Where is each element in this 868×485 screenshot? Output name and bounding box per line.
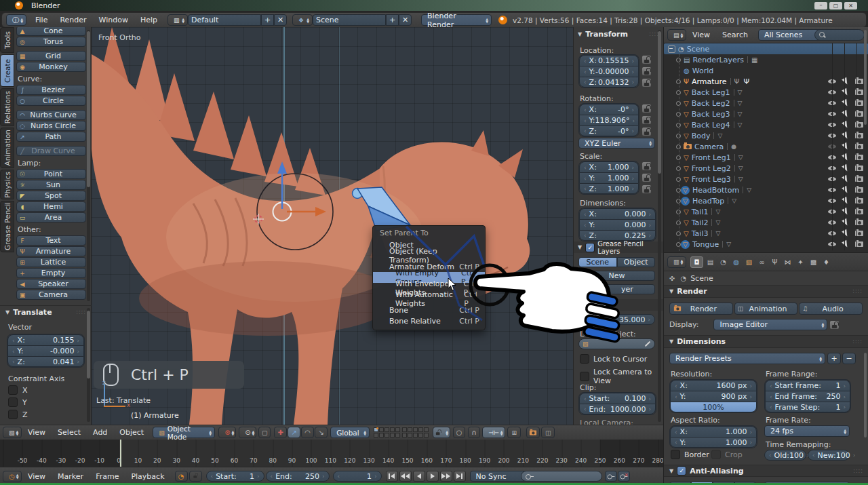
dimension-x-field[interactable]: ‹X:0.000› [579, 208, 656, 219]
tool-button-bezier[interactable]: ∫Bezier [16, 85, 86, 95]
vector-y-field[interactable]: ‹Y:-0.000› [7, 345, 84, 356]
location-y-field[interactable]: ‹Y:-0.00000› [579, 66, 639, 77]
decrement-arrow-icon[interactable]: ‹ [11, 358, 16, 365]
location-z-field[interactable]: ‹Z:0.04132› [579, 77, 639, 88]
tool-button-lattice[interactable]: ⊞Lattice [16, 257, 86, 267]
decrement-arrow-icon[interactable]: ‹ [583, 69, 588, 75]
selectability-cursor-icon[interactable] [842, 110, 850, 119]
selectability-cursor-icon[interactable] [842, 77, 850, 86]
maximize-button[interactable]: ▢ [829, 2, 842, 9]
increment-arrow-icon[interactable]: › [75, 358, 81, 365]
properties-tab-constraints[interactable]: ∞ [756, 257, 768, 267]
layer-toggle[interactable] [402, 427, 407, 432]
properties-tab-render-layers[interactable]: ▤ [705, 257, 716, 267]
outliner-row-armature[interactable]: ΨArmatureΨΨ [664, 76, 868, 87]
outliner-row-back-leg4[interactable]: ▽Back Leg4▽ [664, 119, 868, 130]
tool-button-path[interactable]: ↗Path [16, 132, 86, 142]
outliner-row-scene[interactable]: ◔Scene [664, 43, 868, 54]
layer-toggle[interactable] [402, 433, 407, 438]
layout-selector-icon[interactable]: ▥▲▼ [167, 14, 188, 26]
lock-to-cursor-checkbox[interactable] [580, 354, 589, 364]
toolshelf-tab-grease-pencil[interactable]: Grease Pencil [0, 201, 14, 252]
selectability-cursor-icon[interactable] [842, 175, 850, 184]
animation-button[interactable]: ◫Animation [734, 303, 798, 315]
manipulator-rotate-button[interactable]: ◠ [301, 427, 314, 438]
toolshelf-tab-physics[interactable]: Physics [0, 170, 14, 199]
toolshelf-scrollbar[interactable] [87, 30, 90, 301]
tool-button-grid[interactable]: ▦Grid [16, 51, 86, 61]
gpencil-enable-checkbox[interactable]: ✓ [585, 243, 595, 252]
layer-toggle[interactable] [374, 433, 378, 438]
outliner-row-back-leg3[interactable]: ▽Back Leg3▽ [664, 109, 868, 119]
layer-toggle[interactable] [424, 427, 429, 432]
crop-checkbox[interactable] [711, 450, 721, 459]
manipulator-axes-button[interactable]: ✚ [274, 427, 287, 438]
snap-element-select[interactable]: ⊣⊢▲▼ [482, 427, 505, 438]
shading-select[interactable]: ⊗▲▼ [218, 427, 236, 438]
lock-toggle[interactable] [642, 55, 652, 64]
properties-tab-texture[interactable]: ▩ [808, 257, 819, 267]
toolshelf-tab-tools[interactable]: Tools [0, 27, 14, 53]
increment-arrow-icon[interactable]: › [75, 337, 81, 344]
outliner-scope-select[interactable]: All Scenes▲▼ [758, 29, 823, 41]
outliner-row-world[interactable]: ◍World [664, 65, 868, 76]
decrement-arrow-icon[interactable]: ‹ [583, 58, 588, 64]
tool-button-text[interactable]: FText [16, 235, 86, 246]
rotation-z-field[interactable]: ‹Z:-0°› [579, 125, 639, 136]
antialiasing-checkbox[interactable]: ✓ [677, 466, 686, 476]
resolution-percentage-slider[interactable]: 100% [670, 402, 757, 412]
manipulator-scale-button[interactable]: ↘ [315, 427, 328, 438]
tool-button-monkey[interactable]: ◉Monkey [16, 62, 86, 72]
layer-toggle[interactable] [390, 433, 395, 438]
layer-toggle[interactable] [384, 427, 389, 432]
layer-toggle[interactable] [379, 433, 384, 438]
properties-tab-object[interactable]: ▧ [743, 257, 755, 267]
outliner-row-tongue[interactable]: ▽Tongue▽ [664, 239, 868, 250]
play-button[interactable] [427, 471, 439, 482]
increment-arrow-icon[interactable]: › [647, 222, 652, 229]
proportional-edit-button[interactable]: ○ [453, 427, 465, 438]
layout-delete-button[interactable]: ✕ [274, 14, 287, 26]
decrement-arrow-icon[interactable]: ‹ [583, 232, 588, 239]
timeline-menu-frame[interactable]: Frame [90, 469, 125, 484]
insert-keyframe-button[interactable] [605, 471, 617, 482]
clip-end-field[interactable]: ‹End:1000.000› [579, 404, 656, 414]
tool-button-torus[interactable]: ◎Torus [16, 37, 86, 47]
resolution-y-field[interactable]: ‹Y:900 px› [670, 391, 757, 402]
constraint-z-checkbox[interactable] [8, 410, 18, 419]
scale-y-field[interactable]: ‹Y:1.000› [579, 172, 639, 183]
panel-grip[interactable]: :::: [76, 309, 86, 315]
play-reverse-button[interactable] [413, 471, 425, 482]
outliner-row-tail2[interactable]: ▽Tail2▽ [664, 217, 868, 228]
clip-start-field[interactable]: ‹Start:0.100› [579, 393, 656, 404]
pin-icon[interactable]: ✜ [669, 275, 675, 282]
increment-arrow-icon[interactable]: › [630, 58, 635, 64]
lock-camera-checkbox[interactable] [580, 372, 589, 381]
minimize-button[interactable]: – [814, 2, 827, 9]
decrement-arrow-icon[interactable]: ‹ [583, 175, 588, 182]
jump-to-end-button[interactable] [454, 471, 466, 482]
eyedropper-icon[interactable] [645, 341, 650, 347]
snap-target-button[interactable]: ⊞ [507, 427, 521, 438]
properties-tab-object-data[interactable]: Ψ [769, 257, 781, 267]
vector-x-field[interactable]: ‹X:0.155› [7, 334, 84, 345]
outliner-row-back-leg1[interactable]: ▽Back Leg1▽ [664, 87, 868, 98]
properties-tab-render[interactable]: ◘ [690, 256, 703, 268]
layer-toggle[interactable] [395, 433, 400, 438]
outliner-scrollbar[interactable] [864, 30, 867, 125]
increment-arrow-icon[interactable]: › [630, 69, 635, 75]
selectability-cursor-icon[interactable] [842, 164, 850, 173]
time-remap-old-field[interactable]: ‹Old:100› [764, 450, 806, 461]
tool-button-speaker[interactable]: ◀Speaker [16, 279, 86, 289]
outliner-editor-selector[interactable]: ▤▲▼ [667, 29, 686, 41]
selectability-cursor-icon[interactable] [842, 229, 850, 238]
tool-button-cone[interactable]: ▲Cone [16, 27, 86, 36]
layer-toggle[interactable] [424, 433, 429, 438]
display-select[interactable]: Image Editor▲▼ [713, 319, 827, 330]
jump-prev-keyframe-button[interactable] [399, 471, 412, 482]
lock-toggle[interactable] [642, 104, 652, 113]
properties-tab-particles[interactable]: ♦ [821, 257, 832, 267]
menu-file[interactable]: File [29, 13, 54, 27]
resolution-x-field[interactable]: ‹X:1600 px› [670, 380, 757, 391]
start-frame-field[interactable]: ‹Start Frame:1› [765, 380, 850, 391]
